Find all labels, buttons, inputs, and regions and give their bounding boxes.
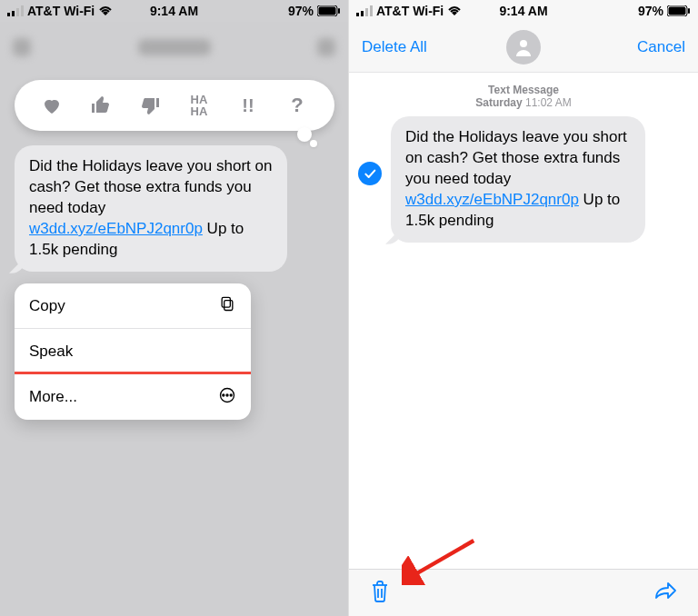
tapback-tail	[297, 127, 312, 142]
battery-percent: 97%	[288, 4, 314, 18]
svg-rect-3	[21, 5, 24, 16]
timestamp-label: Text Message	[488, 84, 559, 96]
svg-point-20	[520, 40, 527, 47]
svg-point-12	[230, 394, 232, 396]
question-icon[interactable]: ?	[284, 93, 310, 118]
signal-icon	[7, 5, 24, 16]
left-screenshot: AT&T Wi-Fi 9:14 AM 97% HAHA !! ?	[0, 0, 349, 616]
message-bubble[interactable]: Did the Holidays leave you short on cash…	[15, 145, 287, 272]
svg-rect-16	[370, 5, 373, 16]
trash-icon[interactable]	[369, 580, 391, 607]
tapback-bar: HAHA !! ?	[15, 80, 334, 131]
heart-icon[interactable]	[39, 93, 65, 118]
wifi-icon	[447, 5, 462, 16]
speak-label: Speak	[29, 343, 73, 361]
delete-all-button[interactable]: Delete All	[362, 38, 427, 56]
svg-point-11	[226, 394, 228, 396]
svg-rect-18	[669, 7, 686, 15]
svg-rect-2	[16, 8, 19, 16]
svg-rect-7	[224, 301, 233, 311]
battery-percent: 97%	[638, 4, 663, 18]
copy-icon	[218, 294, 236, 317]
selection-checkmark[interactable]	[358, 162, 382, 185]
svg-rect-0	[7, 13, 10, 16]
svg-rect-5	[319, 7, 336, 15]
status-bar: AT&T Wi-Fi 9:14 AM 97%	[349, 0, 698, 22]
svg-rect-19	[688, 8, 690, 14]
more-label: More...	[29, 388, 77, 406]
svg-rect-13	[356, 13, 359, 16]
message-text-before: Did the Holidays leave you short on cash…	[405, 128, 627, 187]
message-bubble[interactable]: Did the Holidays leave you short on cash…	[391, 116, 645, 243]
bubble-tail	[385, 228, 402, 244]
thumbs-up-icon[interactable]	[88, 93, 114, 118]
wifi-icon	[98, 5, 113, 16]
conversation-area: Text Message Saturday 11:02 AM Did the H…	[349, 73, 698, 243]
thumbs-down-icon[interactable]	[137, 93, 163, 118]
selection-toolbar	[349, 569, 698, 616]
context-menu-speak[interactable]: Speak	[15, 329, 251, 374]
timestamp-time: 11:02 AM	[525, 96, 572, 109]
svg-rect-6	[338, 8, 340, 14]
carrier-label: AT&T Wi-Fi	[376, 4, 444, 18]
context-menu: Copy Speak More...	[15, 283, 251, 420]
context-menu-copy[interactable]: Copy	[15, 283, 251, 329]
message-link[interactable]: w3dd.xyz/eEbNPJ2qnr0p	[29, 220, 203, 237]
svg-rect-14	[361, 11, 364, 16]
exclaim-icon[interactable]: !!	[235, 93, 261, 118]
message-row: Did the Holidays leave you short on cash…	[358, 116, 689, 243]
carrier-label: AT&T Wi-Fi	[27, 4, 95, 18]
context-menu-more[interactable]: More...	[15, 372, 251, 420]
haha-icon[interactable]: HAHA	[186, 93, 212, 118]
message-link[interactable]: w3dd.xyz/eEbNPJ2qnr0p	[405, 191, 579, 208]
contact-avatar[interactable]	[506, 30, 541, 65]
message-text-before: Did the Holidays leave you short on cash…	[29, 157, 272, 216]
status-bar: AT&T Wi-Fi 9:14 AM 97%	[0, 0, 348, 22]
message-timestamp: Text Message Saturday 11:02 AM	[358, 84, 689, 109]
svg-point-10	[223, 394, 224, 396]
cancel-button[interactable]: Cancel	[637, 38, 685, 56]
forward-icon[interactable]	[653, 581, 678, 605]
battery-icon	[317, 5, 341, 16]
svg-rect-1	[12, 11, 15, 16]
blurred-nav-header	[0, 22, 348, 73]
right-screenshot: AT&T Wi-Fi 9:14 AM 97% Delete All Cancel	[349, 0, 698, 616]
battery-icon	[667, 5, 691, 16]
signal-icon	[356, 5, 373, 16]
svg-rect-8	[222, 297, 230, 307]
copy-label: Copy	[29, 297, 65, 315]
bubble-tail	[9, 257, 25, 273]
more-icon	[218, 386, 236, 409]
timestamp-day: Saturday	[475, 96, 522, 109]
tapback-tail-small	[310, 140, 317, 147]
edit-mode-nav: Delete All Cancel	[349, 22, 698, 73]
svg-rect-15	[365, 8, 368, 16]
